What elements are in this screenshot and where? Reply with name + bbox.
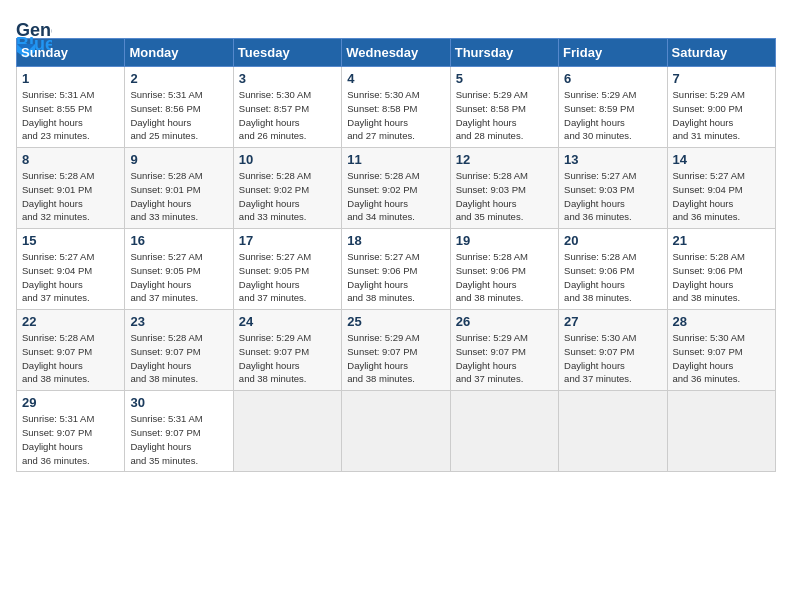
header-tuesday: Tuesday [233, 39, 341, 67]
day-info: Sunrise: 5:27 AM Sunset: 9:05 PM Dayligh… [130, 250, 227, 305]
day-info: Sunrise: 5:30 AM Sunset: 9:07 PM Dayligh… [564, 331, 661, 386]
table-row: 29 Sunrise: 5:31 AM Sunset: 9:07 PM Dayl… [17, 391, 125, 472]
table-row: 5 Sunrise: 5:29 AM Sunset: 8:58 PM Dayli… [450, 67, 558, 148]
table-row: 1 Sunrise: 5:31 AM Sunset: 8:55 PM Dayli… [17, 67, 125, 148]
day-number: 10 [239, 152, 336, 167]
day-info: Sunrise: 5:28 AM Sunset: 9:01 PM Dayligh… [22, 169, 119, 224]
day-info: Sunrise: 5:27 AM Sunset: 9:06 PM Dayligh… [347, 250, 444, 305]
day-number: 26 [456, 314, 553, 329]
header-wednesday: Wednesday [342, 39, 450, 67]
day-number: 13 [564, 152, 661, 167]
day-info: Sunrise: 5:31 AM Sunset: 9:07 PM Dayligh… [130, 412, 227, 467]
table-row: 6 Sunrise: 5:29 AM Sunset: 8:59 PM Dayli… [559, 67, 667, 148]
day-number: 22 [22, 314, 119, 329]
empty-cell [342, 391, 450, 472]
header-friday: Friday [559, 39, 667, 67]
day-info: Sunrise: 5:28 AM Sunset: 9:02 PM Dayligh… [239, 169, 336, 224]
header-thursday: Thursday [450, 39, 558, 67]
day-info: Sunrise: 5:28 AM Sunset: 9:06 PM Dayligh… [564, 250, 661, 305]
day-number: 23 [130, 314, 227, 329]
calendar-header-row: Sunday Monday Tuesday Wednesday Thursday… [17, 39, 776, 67]
table-row: 27 Sunrise: 5:30 AM Sunset: 9:07 PM Dayl… [559, 310, 667, 391]
day-info: Sunrise: 5:28 AM Sunset: 9:01 PM Dayligh… [130, 169, 227, 224]
day-number: 14 [673, 152, 770, 167]
day-number: 4 [347, 71, 444, 86]
table-row: 20 Sunrise: 5:28 AM Sunset: 9:06 PM Dayl… [559, 229, 667, 310]
day-number: 1 [22, 71, 119, 86]
table-row: 28 Sunrise: 5:30 AM Sunset: 9:07 PM Dayl… [667, 310, 775, 391]
day-info: Sunrise: 5:27 AM Sunset: 9:05 PM Dayligh… [239, 250, 336, 305]
table-row: 26 Sunrise: 5:29 AM Sunset: 9:07 PM Dayl… [450, 310, 558, 391]
day-number: 30 [130, 395, 227, 410]
calendar-table: Sunday Monday Tuesday Wednesday Thursday… [16, 38, 776, 472]
day-info: Sunrise: 5:30 AM Sunset: 8:57 PM Dayligh… [239, 88, 336, 143]
day-number: 15 [22, 233, 119, 248]
day-info: Sunrise: 5:27 AM Sunset: 9:04 PM Dayligh… [673, 169, 770, 224]
calendar-week-row: 15 Sunrise: 5:27 AM Sunset: 9:04 PM Dayl… [17, 229, 776, 310]
day-info: Sunrise: 5:29 AM Sunset: 9:07 PM Dayligh… [347, 331, 444, 386]
table-row: 30 Sunrise: 5:31 AM Sunset: 9:07 PM Dayl… [125, 391, 233, 472]
day-info: Sunrise: 5:27 AM Sunset: 9:03 PM Dayligh… [564, 169, 661, 224]
table-row: 13 Sunrise: 5:27 AM Sunset: 9:03 PM Dayl… [559, 148, 667, 229]
day-info: Sunrise: 5:29 AM Sunset: 8:58 PM Dayligh… [456, 88, 553, 143]
logo: General Blue [16, 16, 68, 30]
day-number: 29 [22, 395, 119, 410]
table-row: 16 Sunrise: 5:27 AM Sunset: 9:05 PM Dayl… [125, 229, 233, 310]
day-number: 19 [456, 233, 553, 248]
day-info: Sunrise: 5:30 AM Sunset: 9:07 PM Dayligh… [673, 331, 770, 386]
empty-cell [233, 391, 341, 472]
table-row: 12 Sunrise: 5:28 AM Sunset: 9:03 PM Dayl… [450, 148, 558, 229]
empty-cell [667, 391, 775, 472]
day-info: Sunrise: 5:28 AM Sunset: 9:06 PM Dayligh… [456, 250, 553, 305]
day-info: Sunrise: 5:29 AM Sunset: 8:59 PM Dayligh… [564, 88, 661, 143]
table-row: 21 Sunrise: 5:28 AM Sunset: 9:06 PM Dayl… [667, 229, 775, 310]
day-number: 6 [564, 71, 661, 86]
day-number: 7 [673, 71, 770, 86]
day-info: Sunrise: 5:28 AM Sunset: 9:02 PM Dayligh… [347, 169, 444, 224]
day-info: Sunrise: 5:27 AM Sunset: 9:04 PM Dayligh… [22, 250, 119, 305]
day-number: 8 [22, 152, 119, 167]
table-row: 15 Sunrise: 5:27 AM Sunset: 9:04 PM Dayl… [17, 229, 125, 310]
table-row: 10 Sunrise: 5:28 AM Sunset: 9:02 PM Dayl… [233, 148, 341, 229]
day-info: Sunrise: 5:29 AM Sunset: 9:07 PM Dayligh… [239, 331, 336, 386]
day-number: 17 [239, 233, 336, 248]
day-info: Sunrise: 5:28 AM Sunset: 9:07 PM Dayligh… [22, 331, 119, 386]
table-row: 14 Sunrise: 5:27 AM Sunset: 9:04 PM Dayl… [667, 148, 775, 229]
day-number: 27 [564, 314, 661, 329]
day-info: Sunrise: 5:28 AM Sunset: 9:06 PM Dayligh… [673, 250, 770, 305]
table-row: 24 Sunrise: 5:29 AM Sunset: 9:07 PM Dayl… [233, 310, 341, 391]
day-number: 11 [347, 152, 444, 167]
table-row: 8 Sunrise: 5:28 AM Sunset: 9:01 PM Dayli… [17, 148, 125, 229]
day-info: Sunrise: 5:30 AM Sunset: 8:58 PM Dayligh… [347, 88, 444, 143]
page-header: General Blue [16, 16, 776, 30]
empty-cell [559, 391, 667, 472]
day-info: Sunrise: 5:28 AM Sunset: 9:03 PM Dayligh… [456, 169, 553, 224]
day-number: 24 [239, 314, 336, 329]
table-row: 3 Sunrise: 5:30 AM Sunset: 8:57 PM Dayli… [233, 67, 341, 148]
day-number: 18 [347, 233, 444, 248]
day-number: 28 [673, 314, 770, 329]
day-number: 12 [456, 152, 553, 167]
table-row: 25 Sunrise: 5:29 AM Sunset: 9:07 PM Dayl… [342, 310, 450, 391]
table-row: 17 Sunrise: 5:27 AM Sunset: 9:05 PM Dayl… [233, 229, 341, 310]
calendar-week-row: 1 Sunrise: 5:31 AM Sunset: 8:55 PM Dayli… [17, 67, 776, 148]
calendar-week-row: 22 Sunrise: 5:28 AM Sunset: 9:07 PM Dayl… [17, 310, 776, 391]
day-info: Sunrise: 5:28 AM Sunset: 9:07 PM Dayligh… [130, 331, 227, 386]
table-row: 18 Sunrise: 5:27 AM Sunset: 9:06 PM Dayl… [342, 229, 450, 310]
table-row: 11 Sunrise: 5:28 AM Sunset: 9:02 PM Dayl… [342, 148, 450, 229]
table-row: 9 Sunrise: 5:28 AM Sunset: 9:01 PM Dayli… [125, 148, 233, 229]
day-number: 20 [564, 233, 661, 248]
day-number: 3 [239, 71, 336, 86]
day-number: 9 [130, 152, 227, 167]
day-number: 2 [130, 71, 227, 86]
day-info: Sunrise: 5:31 AM Sunset: 8:55 PM Dayligh… [22, 88, 119, 143]
table-row: 7 Sunrise: 5:29 AM Sunset: 9:00 PM Dayli… [667, 67, 775, 148]
day-info: Sunrise: 5:31 AM Sunset: 8:56 PM Dayligh… [130, 88, 227, 143]
empty-cell [450, 391, 558, 472]
table-row: 22 Sunrise: 5:28 AM Sunset: 9:07 PM Dayl… [17, 310, 125, 391]
table-row: 2 Sunrise: 5:31 AM Sunset: 8:56 PM Dayli… [125, 67, 233, 148]
table-row: 19 Sunrise: 5:28 AM Sunset: 9:06 PM Dayl… [450, 229, 558, 310]
day-number: 25 [347, 314, 444, 329]
day-info: Sunrise: 5:31 AM Sunset: 9:07 PM Dayligh… [22, 412, 119, 467]
table-row: 4 Sunrise: 5:30 AM Sunset: 8:58 PM Dayli… [342, 67, 450, 148]
